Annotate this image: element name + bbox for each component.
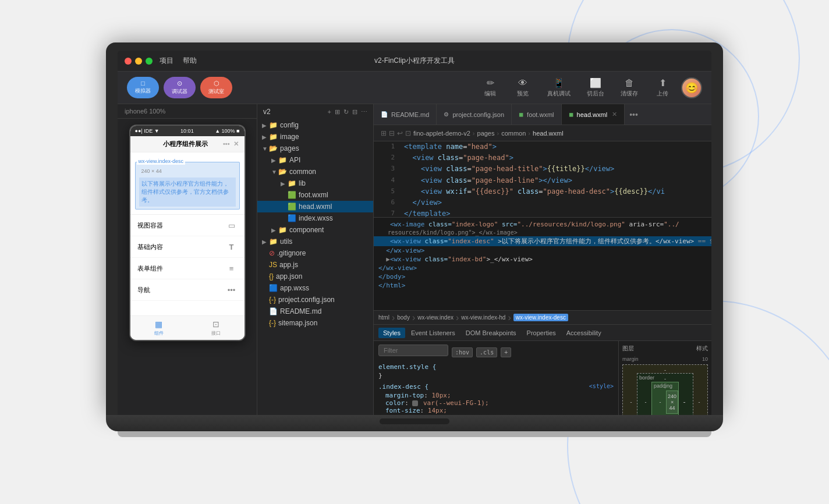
html-line-8[interactable]: </html> xyxy=(374,281,711,290)
menu-project[interactable]: 项目 xyxy=(160,56,173,66)
hov-button[interactable]: :hov xyxy=(452,347,473,357)
tree-item-pages[interactable]: ▼ 📂 pages xyxy=(257,143,373,154)
line-num-7: 7 xyxy=(378,208,395,217)
fold-icon[interactable]: ⊟ xyxy=(389,129,395,137)
tree-item-utils[interactable]: ▶ 📁 utils xyxy=(257,236,373,247)
line-content-5: <view wx:if="{{desc}}" class="page-head-… xyxy=(404,186,665,197)
breadcrumb-filename[interactable]: head.wxml xyxy=(533,130,564,137)
close-button[interactable] xyxy=(125,58,132,65)
git-icon: ⊘ xyxy=(269,249,275,257)
boxmodel-styles-tab[interactable]: 样式 xyxy=(696,345,708,353)
color-swatch[interactable] xyxy=(412,400,418,406)
tree-item-api[interactable]: ▶ 📁 API xyxy=(257,154,373,166)
html-line-2[interactable]: resources/kind/logo.png">_</wx-image> xyxy=(374,229,711,236)
device-debug-button[interactable]: 📱 真机调试 xyxy=(541,75,576,100)
box-margin: - - border - - xyxy=(622,364,708,415)
phone-nav-item-2[interactable]: 基础内容 T xyxy=(130,236,245,258)
new-folder-icon[interactable]: ⊞ xyxy=(335,108,340,116)
bread-wx-view-index[interactable]: wx-view.index xyxy=(417,314,454,321)
tree-item-app-js[interactable]: ▶ JS app.js xyxy=(257,259,373,271)
collapse-icon[interactable]: ⊟ xyxy=(352,108,357,116)
avatar[interactable]: 😊 xyxy=(681,77,702,98)
refresh-icon[interactable]: ↻ xyxy=(343,108,349,116)
tab-styles[interactable]: Styles xyxy=(378,328,405,338)
phone-nav-item-1[interactable]: 视图容器 ▭ xyxy=(130,215,245,236)
tab-foot-wxml[interactable]: ◼ foot.wxml xyxy=(512,104,561,125)
phone-nav-components[interactable]: ▦ 组件 xyxy=(130,320,187,336)
edit-button[interactable]: ✏ 编辑 xyxy=(476,75,504,100)
simulator-button[interactable]: □ 模拟器 xyxy=(127,77,159,98)
code-line-3: 3 <view class="page-head-title">{{title}… xyxy=(374,164,711,175)
tree-item-readme[interactable]: ▶ 📄 README.md xyxy=(257,306,373,317)
breadcrumb-pages[interactable]: pages xyxy=(477,130,495,137)
background-button[interactable]: ⬜ 切后台 xyxy=(581,75,610,100)
tree-item-project-config[interactable]: ▶ {-} project.config.json xyxy=(257,294,373,306)
upload-icon: ⬆ xyxy=(659,77,667,88)
bread-body[interactable]: body xyxy=(397,314,410,321)
more-tabs[interactable]: ••• xyxy=(625,104,643,125)
bg-icon: ⬜ xyxy=(590,77,601,88)
clear-cache-button[interactable]: 🗑 清缓存 xyxy=(615,76,644,100)
code-line-2: 2 <view class="page-head"> xyxy=(374,152,711,164)
tree-item-config[interactable]: ▶ 📁 config xyxy=(257,119,373,131)
tab-dom-breakpoints[interactable]: DOM Breakpoints xyxy=(461,328,521,338)
format-icon[interactable]: ⊡ xyxy=(405,129,411,137)
more-icon[interactable]: ⋯ xyxy=(361,108,367,116)
styles-filter-input[interactable] xyxy=(378,345,448,356)
phone-nav-item-3[interactable]: 表单组件 ≡ xyxy=(130,258,245,279)
line-num-4: 4 xyxy=(378,175,395,186)
tab-event-listeners[interactable]: Event Listeners xyxy=(406,328,460,338)
breadcrumb-common[interactable]: common xyxy=(501,130,526,137)
tree-item-index-wxss[interactable]: ▶ 🟦 index.wxss xyxy=(257,212,373,224)
phone-nav-item-4[interactable]: 导航 ••• xyxy=(130,279,245,301)
close-tab-icon[interactable]: ✕ xyxy=(612,111,617,118)
tree-item-app-json[interactable]: ▶ {} app.json xyxy=(257,271,373,282)
index-desc-source[interactable]: <style> xyxy=(589,383,614,392)
tab-readme[interactable]: 📄 README.md xyxy=(374,104,437,125)
code-editor[interactable]: 1 <template name="head"> 2 <view class="… xyxy=(374,141,711,217)
cls-button[interactable]: .cls xyxy=(476,347,497,357)
wxss-icon: 🟦 xyxy=(288,214,296,222)
boxmodel-layers-tab[interactable]: 图层 xyxy=(622,345,634,353)
tree-item-component[interactable]: ▶ 📁 component xyxy=(257,224,373,236)
folder-icon-image: 📁 xyxy=(269,133,278,141)
html-line-7[interactable]: </body> xyxy=(374,272,711,281)
html-inspector[interactable]: <wx-image class="index-logo" src="../res… xyxy=(374,218,711,310)
tree-item-app-wxss[interactable]: ▶ 🟦 app.wxss xyxy=(257,282,373,294)
html-line-1[interactable]: <wx-image class="index-logo" src="../res… xyxy=(374,220,711,229)
tab-accessibility[interactable]: Accessibility xyxy=(562,328,606,338)
bread-wx-view-desc[interactable]: wx-view.index-desc xyxy=(513,314,568,321)
html-line-5[interactable]: ▶<wx-view class="index-bd">_</wx-view> xyxy=(374,255,711,264)
tree-item-gitignore[interactable]: ▶ ⊘ .gitignore xyxy=(257,247,373,259)
upload-button[interactable]: ⬆ 上传 xyxy=(649,75,676,100)
tree-item-lib[interactable]: ▶ 📁 lib xyxy=(257,178,373,189)
phone-nav-api[interactable]: ⊡ 接口 xyxy=(187,320,245,336)
phone-menu-dots[interactable]: ••• xyxy=(223,140,230,148)
tab-properties[interactable]: Properties xyxy=(522,328,561,338)
wxml-icon-foot: 🟩 xyxy=(288,191,296,199)
tree-item-image[interactable]: ▶ 📁 image xyxy=(257,131,373,143)
bread-wx-view-hd[interactable]: wx-view.index-hd xyxy=(461,314,505,321)
testroom-button[interactable]: ⬡ 测试室 xyxy=(200,77,232,98)
wrap-icon[interactable]: ↩ xyxy=(397,129,403,137)
breadcrumb-root[interactable]: fino-applet-demo-v2 xyxy=(413,130,470,137)
preview-button[interactable]: 👁 预览 xyxy=(509,76,537,100)
phone-close-icon[interactable]: ✕ xyxy=(233,140,239,148)
html-line-6[interactable]: </wx-view> xyxy=(374,264,711,272)
tree-item-common[interactable]: ▼ 📂 common xyxy=(257,166,373,178)
tree-item-sitemap[interactable]: ▶ {-} sitemap.json xyxy=(257,317,373,329)
maximize-button[interactable] xyxy=(146,58,153,65)
tree-item-head-wxml[interactable]: ▶ 🟩 head.wxml xyxy=(257,201,373,212)
menu-help[interactable]: 帮助 xyxy=(183,56,197,66)
tab-head-wxml[interactable]: ◼ head.wxml ✕ xyxy=(562,104,625,125)
new-file-icon[interactable]: + xyxy=(328,108,331,116)
tree-item-foot-wxml[interactable]: ▶ 🟩 foot.wxml xyxy=(257,189,373,201)
tab-project-config[interactable]: ⚙ project.config.json xyxy=(437,104,512,125)
split-icon[interactable]: ⊞ xyxy=(381,129,387,137)
plus-button[interactable]: + xyxy=(501,347,511,357)
bread-html[interactable]: html xyxy=(378,314,389,321)
html-line-4[interactable]: </wx-view> xyxy=(374,246,711,255)
html-line-3[interactable]: <wx-view class="index-desc" >以下将展示小程序官方组… xyxy=(374,236,711,246)
debugger-button[interactable]: ⊙ 调试器 xyxy=(164,77,196,98)
minimize-button[interactable] xyxy=(135,58,142,65)
